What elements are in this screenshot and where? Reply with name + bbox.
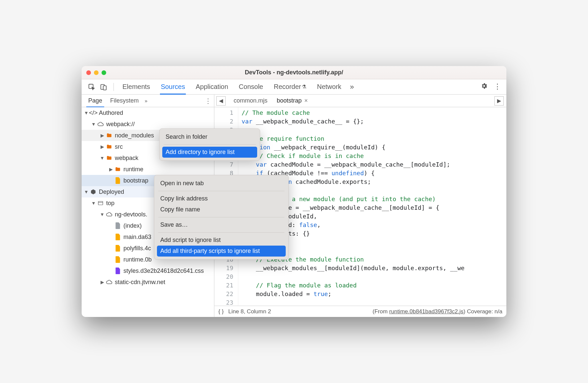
expand-icon: ▶ [99,133,106,138]
tab-console[interactable]: Console [234,79,268,95]
file-icon [114,245,121,252]
tree-label: (index) [123,222,142,229]
coverage-info: (From runtime.0b841bad3967f3c2.js) Cover… [373,308,502,315]
tab-label: Application [196,83,228,91]
folder-icon [114,166,121,173]
subtab-filesystem[interactable]: Filesystem [106,95,143,107]
device-toolbar-icon[interactable] [100,83,108,91]
code-icon: </> [90,109,97,116]
svg-rect-3 [98,201,103,205]
tree-authored[interactable]: ▼ </> Authored [82,107,214,118]
tab-label: common.mjs [234,97,267,104]
menu-copy-file-name[interactable]: Copy file name [154,204,288,215]
editor-tab-common[interactable]: common.mjs [229,95,272,107]
subtabs-overflow-button[interactable]: » [145,98,147,104]
tree-label: src [115,143,123,150]
tab-sources[interactable]: Sources [155,79,190,95]
tree-label: node_modules [115,132,154,139]
menu-separator [158,217,284,217]
expand-icon: ▼ [83,189,90,194]
menu-copy-link[interactable]: Copy link address [154,193,288,204]
editor-statusbar: { } Line 8, Column 2 (From runtime.0b841… [214,306,506,317]
subtab-label: Filesystem [110,97,139,104]
settings-icon[interactable] [480,82,488,92]
tab-label: Console [239,83,263,91]
tree-static-cdn[interactable]: ▶ static-cdn.jtvnw.net [82,276,214,288]
menu-separator [158,232,284,233]
tree-label: bootstrap [123,177,148,184]
minimize-window-button[interactable] [94,70,99,75]
file-icon [114,233,121,241]
expand-icon: ▼ [99,212,106,217]
tree-label: top [106,200,114,207]
subtab-page[interactable]: Page [84,95,106,107]
context-menu-folder: Search in folder Add directory to ignore… [159,128,260,161]
cloud-icon [97,120,104,128]
tree-label: webpack:// [106,121,135,128]
tree-styles[interactable]: styles.d3e2b24618d2c641.css [82,265,214,276]
coverage-label: ) Coverage: n/a [464,308,502,315]
tab-label: Elements [122,83,150,91]
menu-add-directory-ignore[interactable]: Add directory to ignore list [162,147,257,158]
menu-separator [164,144,256,145]
expand-icon: ▶ [99,279,106,285]
cloud-icon [106,278,113,286]
tree-label: ng-devtools. [115,211,147,218]
context-menu-file: Open in new tab Copy link address Copy f… [154,175,289,260]
menu-open-new-tab[interactable]: Open in new tab [154,178,288,189]
kebab-menu-icon[interactable]: ⋮ [494,82,501,92]
close-tab-icon[interactable]: × [304,97,308,104]
traffic-lights [86,70,106,75]
tree-label: styles.d3e2b24618d2c641.css [123,268,204,274]
zoom-window-button[interactable] [102,70,106,75]
tree-runtime-folder[interactable]: ▶ runtime [82,164,214,175]
inspect-element-icon[interactable] [88,83,96,91]
expand-icon: ▼ [90,121,97,127]
tree-label: runtime [123,166,143,173]
file-icon [114,177,121,184]
close-window-button[interactable] [86,70,91,75]
file-icon [114,267,121,274]
package-icon [90,188,97,195]
frame-icon [97,199,104,207]
expand-icon: ▼ [99,155,106,161]
tabs-overflow-button[interactable]: » [350,83,354,91]
format-icon[interactable]: { } [218,308,224,315]
menu-add-all-thirdparty-ignore[interactable]: Add all third-party scripts to ignore li… [157,246,286,257]
flask-icon: ⚗ [302,84,306,90]
cloud-icon [106,211,113,218]
navigator-kebab-icon[interactable]: ⋮ [205,97,211,105]
tab-label: Sources [161,83,185,91]
file-icon [114,222,121,229]
tree-label: main.da63 [123,234,151,241]
cursor-position: Line 8, Column 2 [228,308,271,315]
menu-add-script-ignore[interactable]: Add script to ignore list [154,235,288,246]
nav-back-button[interactable]: ◀ [216,96,226,106]
tree-label: Authored [99,110,123,116]
titlebar: DevTools - ng-devtools.netlify.app/ [82,66,506,79]
editor-tab-bootstrap[interactable]: bootstrap × [272,95,313,107]
menu-save-as[interactable]: Save as… [154,219,288,230]
menu-search-in-folder[interactable]: Search in folder [160,131,260,142]
expand-icon: ▼ [90,200,97,206]
folder-icon [106,143,113,150]
window-title: DevTools - ng-devtools.netlify.app/ [245,69,343,76]
from-file-link[interactable]: runtime.0b841bad3967f3c2.js [389,308,464,315]
tab-label: bootstrap [277,97,302,104]
separator [113,83,114,91]
editor-tabbar: ◀ common.mjs bootstrap × ▶ [214,95,506,107]
from-prefix: (From [373,308,389,315]
tab-network[interactable]: Network [312,79,346,95]
tab-elements[interactable]: Elements [117,79,155,95]
tree-webpack-root[interactable]: ▼ webpack:// [82,118,214,130]
tab-recorder[interactable]: Recorder⚗ [268,79,312,95]
folder-icon [106,132,113,139]
nav-forward-button[interactable]: ▶ [494,96,504,106]
expand-icon: ▶ [108,167,114,172]
tab-application[interactable]: Application [190,79,234,95]
tree-label: runtime.0b [123,256,152,263]
expand-icon: ▶ [99,144,106,149]
svg-rect-2 [103,86,106,90]
tree-label: polyfills.4c [123,245,151,252]
folder-icon [106,154,113,162]
